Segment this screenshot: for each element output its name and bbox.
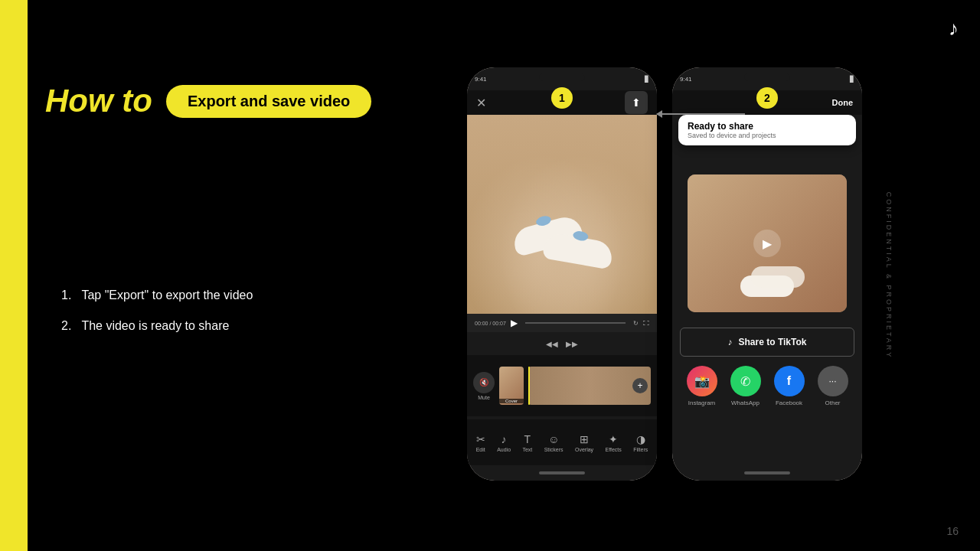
cover-label: Cover: [499, 399, 524, 403]
share-top-bar: 2 Done: [672, 90, 862, 115]
toolbar-audio[interactable]: ♪ Audio: [497, 433, 511, 452]
instagram-label: Instagram: [688, 399, 716, 406]
step-number: 1.: [61, 289, 78, 302]
step-text: Tap "Export" to export the video: [81, 289, 253, 302]
phone-1: 9:41 ▊ ✕ 1 ⬆: [467, 67, 657, 481]
phone-screen-2: 2 Done Ready to share Saved to device an…: [672, 90, 862, 465]
list-item: 1. Tap "Export" to export the video: [61, 283, 253, 308]
how-to-label: How to: [45, 83, 152, 119]
mute-control[interactable]: 🔇 Mute: [473, 372, 495, 400]
fullscreen-icon[interactable]: ⛶: [643, 320, 649, 327]
add-clip-button[interactable]: +: [632, 378, 648, 393]
cover-clip[interactable]: Cover: [499, 367, 524, 405]
timeline-bar: 00:00 / 00:07 ▶ ↻ ⛶: [467, 314, 657, 332]
overlay-icon: ⊞: [580, 433, 589, 445]
controls-bar: ◀◀ ▶▶: [467, 332, 657, 355]
filters-icon: ◑: [636, 433, 645, 445]
social-facebook[interactable]: f Facebook: [774, 366, 805, 406]
audio-label: Audio: [497, 447, 511, 452]
sandal-right: [542, 231, 615, 269]
text-label: Text: [522, 447, 532, 452]
export-badge: Export and save video: [166, 85, 371, 118]
stickers-icon: ☺: [548, 433, 559, 445]
badge-circle-1: 1: [551, 87, 573, 109]
facebook-icon: f: [774, 366, 805, 396]
overlay-label: Overlay: [575, 447, 593, 452]
whatsapp-icon: ✆: [730, 366, 761, 396]
left-accent-bar: [0, 0, 28, 551]
phone-home-bar-2: [672, 465, 862, 481]
playhead: [528, 367, 530, 405]
social-grid: 📸 Instagram ✆ WhatsApp f Facebook: [680, 366, 854, 406]
next-icon: ▶▶: [566, 340, 578, 348]
phone-screen-1: ✕ 1 ⬆ 00:00 / 0: [467, 90, 657, 465]
toolbar-overlay[interactable]: ⊞ Overlay: [575, 433, 593, 452]
timeline-progress: [525, 322, 626, 324]
editor-top-bar: ✕ 1 ⬆: [467, 90, 657, 115]
other-icon: ···: [818, 366, 848, 396]
page-number: 16: [946, 525, 959, 537]
filmstrip: +: [528, 367, 651, 405]
audio-tool-icon: ♪: [501, 433, 507, 445]
toolbar-stickers[interactable]: ☺ Stickers: [544, 433, 564, 452]
text-icon: T: [524, 433, 531, 445]
step-badge-1: 1: [551, 87, 573, 109]
share-tiktok-label: Share to TikTok: [739, 337, 807, 347]
share-tiktok-button[interactable]: ♪ Share to TikTok: [680, 328, 854, 357]
toolbar-filters[interactable]: ◑ Filters: [633, 433, 648, 452]
whatsapp-label: WhatsApp: [731, 399, 760, 406]
toolbar-effects[interactable]: ✦ Effects: [605, 433, 621, 452]
phone-home-bar: [467, 465, 657, 481]
mute-icon: 🔇: [473, 372, 495, 393]
status-time: 9:41: [475, 76, 487, 83]
social-whatsapp[interactable]: ✆ WhatsApp: [730, 366, 761, 406]
badge-circle-2: 2: [756, 87, 778, 109]
home-indicator: [539, 471, 585, 474]
header-section: How to Export and save video: [45, 83, 371, 119]
export-button[interactable]: ⬆: [625, 91, 648, 114]
bottom-toolbar: ✂ Edit ♪ Audio T Text ☺ Stickers ⊞ Ove: [467, 419, 657, 465]
step-text: The video is ready to share: [81, 319, 229, 332]
effects-label: Effects: [605, 447, 621, 452]
edit-icon: ✂: [476, 433, 485, 445]
toolbar-text[interactable]: T Text: [522, 433, 532, 452]
clip-area: 🔇 Mute Cover +: [467, 355, 657, 416]
phone-notch: [539, 73, 585, 81]
mute-label: Mute: [478, 395, 490, 400]
loop-icon[interactable]: ↻: [633, 320, 639, 327]
steps-list: 1. Tap "Export" to export the video 2. T…: [61, 283, 253, 344]
sandal-bow: [535, 214, 552, 227]
video-thumbnail: ▶: [688, 174, 847, 312]
close-icon[interactable]: ✕: [476, 96, 486, 110]
phone-2: 9:41 ▊ 2 Done Ready to share Saved to de…: [672, 67, 862, 481]
effects-icon: ✦: [609, 433, 618, 445]
sandal-bow-2: [572, 230, 589, 242]
step-badge-2: 2: [756, 87, 778, 109]
tiktok-share-icon: ♪: [728, 337, 733, 347]
phone-notch-2: [744, 73, 790, 81]
instagram-icon: 📸: [687, 366, 717, 396]
ready-title: Ready to share: [688, 121, 847, 132]
play-button[interactable]: ▶: [753, 230, 781, 257]
tiktok-logo: ♪: [949, 17, 959, 41]
other-label: Other: [825, 399, 840, 406]
done-button[interactable]: Done: [832, 98, 854, 107]
sandals-background: [467, 115, 657, 314]
confidential-label: CONFIDENTIAL & PROPRIETARY: [885, 192, 893, 359]
filters-label: Filters: [633, 447, 648, 452]
timeline-time: 00:00 / 00:07: [475, 321, 506, 326]
facebook-label: Facebook: [776, 399, 802, 406]
play-icon[interactable]: ▶: [511, 318, 518, 328]
ready-to-share-popup: Ready to share Saved to device and proje…: [678, 115, 856, 145]
toolbar-edit[interactable]: ✂ Edit: [476, 433, 485, 452]
edit-label: Edit: [476, 447, 485, 452]
prev-icon: ◀◀: [546, 340, 558, 348]
social-instagram[interactable]: 📸 Instagram: [687, 366, 717, 406]
step-number: 2.: [61, 319, 78, 332]
list-item: 2. The video is ready to share: [61, 314, 253, 338]
home-indicator-2: [744, 471, 790, 474]
status-icons: ▊: [645, 76, 649, 83]
video-preview: [467, 115, 657, 314]
stickers-label: Stickers: [544, 447, 564, 452]
social-other[interactable]: ··· Other: [818, 366, 848, 406]
